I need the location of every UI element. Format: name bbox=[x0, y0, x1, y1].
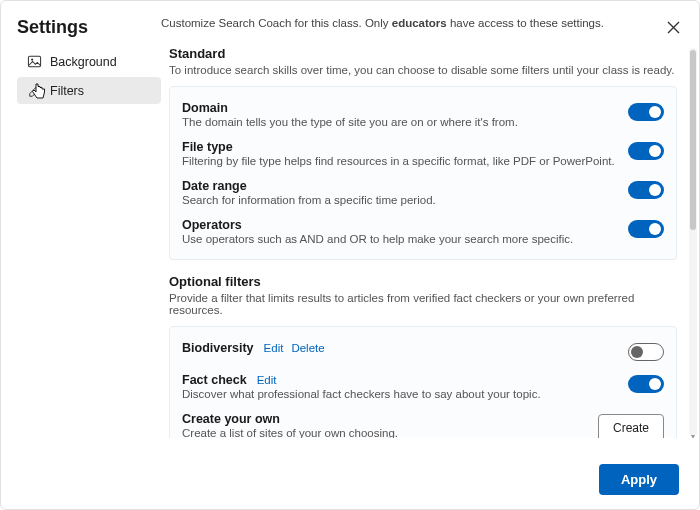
filter-desc: Use operators such as AND and OR to help… bbox=[182, 233, 618, 245]
section-heading-optional: Optional filters bbox=[169, 274, 677, 289]
close-icon bbox=[667, 21, 680, 34]
filter-title: Operators bbox=[182, 218, 618, 232]
cursor-hand-icon bbox=[31, 83, 47, 99]
filter-row-factcheck: Fact check Edit Discover what profession… bbox=[182, 367, 664, 406]
sidebar-item-label: Filters bbox=[50, 84, 84, 98]
svg-rect-0 bbox=[28, 56, 40, 66]
toggle-daterange[interactable] bbox=[628, 181, 664, 199]
scrollbar-thumb[interactable] bbox=[690, 50, 696, 230]
filter-title: Create your own bbox=[182, 412, 588, 426]
scrollbar-track[interactable] bbox=[689, 48, 697, 436]
edit-link[interactable]: Edit bbox=[264, 342, 284, 354]
create-button[interactable]: Create bbox=[598, 414, 664, 438]
page-subtitle: Customize Search Coach for this class. O… bbox=[161, 17, 663, 29]
main-content: Standard To introduce search skills over… bbox=[161, 46, 699, 438]
image-icon bbox=[27, 54, 42, 69]
toggle-biodiversity[interactable] bbox=[628, 343, 664, 361]
delete-link[interactable]: Delete bbox=[291, 342, 324, 354]
section-desc-standard: To introduce search skills over time, yo… bbox=[169, 64, 677, 76]
filter-desc: Create a list of sites of your own choos… bbox=[182, 427, 588, 438]
filter-row-filetype: File type Filtering by file type helps f… bbox=[182, 134, 664, 173]
filter-row-createown: Create your own Create a list of sites o… bbox=[182, 406, 664, 438]
filter-desc: Filtering by file type helps find resour… bbox=[182, 155, 618, 167]
section-desc-optional: Provide a filter that limits results to … bbox=[169, 292, 677, 316]
sidebar-item-background[interactable]: Background bbox=[17, 48, 161, 75]
svg-point-1 bbox=[31, 59, 33, 61]
sidebar-item-filters[interactable]: Filters bbox=[17, 77, 161, 104]
sidebar: Background Filters bbox=[17, 46, 161, 438]
optional-filters-card: Biodiversity Edit Delete Fact check bbox=[169, 326, 677, 438]
close-button[interactable] bbox=[663, 17, 683, 37]
filter-row-operators: Operators Use operators such as AND and … bbox=[182, 212, 664, 251]
filter-row-biodiversity: Biodiversity Edit Delete bbox=[182, 335, 664, 367]
filter-title: File type bbox=[182, 140, 618, 154]
apply-button[interactable]: Apply bbox=[599, 464, 679, 495]
filter-title: Date range bbox=[182, 179, 618, 193]
scrollbar-arrow-down-icon[interactable]: ▾ bbox=[689, 432, 697, 438]
sidebar-item-label: Background bbox=[50, 55, 117, 69]
section-heading-standard: Standard bbox=[169, 46, 677, 61]
filter-title: Domain bbox=[182, 101, 618, 115]
standard-filters-card: Domain The domain tells you the type of … bbox=[169, 86, 677, 260]
edit-link[interactable]: Edit bbox=[257, 374, 277, 386]
filter-desc: Discover what professional fact checkers… bbox=[182, 388, 618, 400]
filter-desc: Search for information from a specific t… bbox=[182, 194, 618, 206]
filter-row-daterange: Date range Search for information from a… bbox=[182, 173, 664, 212]
filter-title: Fact check Edit bbox=[182, 373, 618, 387]
toggle-filetype[interactable] bbox=[628, 142, 664, 160]
filter-title: Biodiversity Edit Delete bbox=[182, 341, 618, 355]
toggle-operators[interactable] bbox=[628, 220, 664, 238]
toggle-domain[interactable] bbox=[628, 103, 664, 121]
page-title: Settings bbox=[17, 17, 161, 38]
filter-row-domain: Domain The domain tells you the type of … bbox=[182, 95, 664, 134]
filter-desc: The domain tells you the type of site yo… bbox=[182, 116, 618, 128]
toggle-factcheck[interactable] bbox=[628, 375, 664, 393]
